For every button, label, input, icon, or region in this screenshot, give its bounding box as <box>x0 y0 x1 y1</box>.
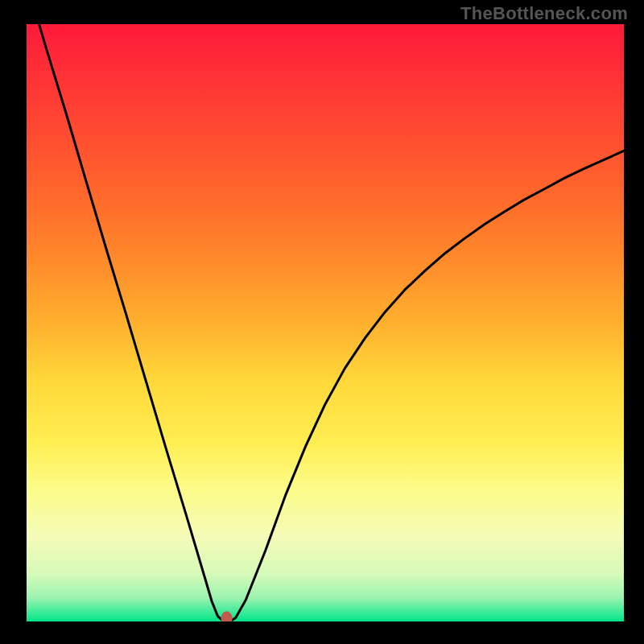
chart-frame: TheBottleneck.com <box>0 0 644 644</box>
gradient-background <box>27 24 624 621</box>
plot-area <box>27 24 624 621</box>
chart-svg <box>27 24 624 621</box>
watermark-text: TheBottleneck.com <box>460 3 628 24</box>
